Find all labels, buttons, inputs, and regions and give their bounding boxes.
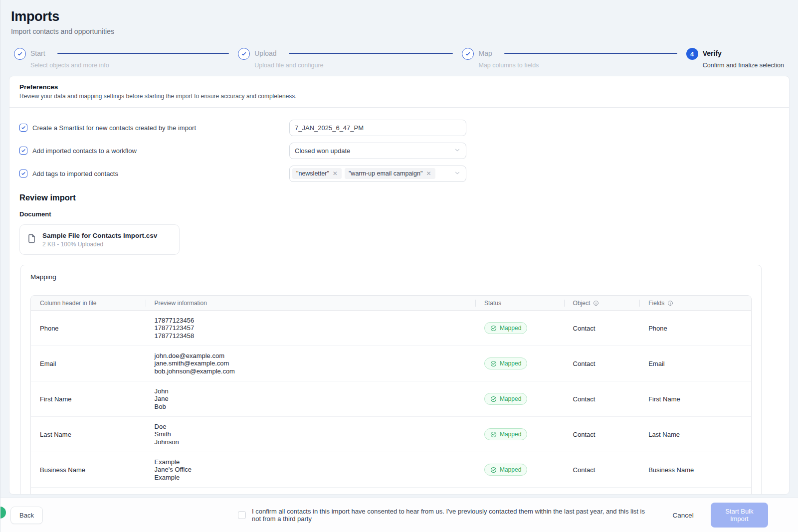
preferences-options: Create a Smartlist for new contacts crea… — [9, 108, 789, 187]
step-start-check-icon — [14, 48, 26, 60]
status-badge: Mapped — [484, 322, 527, 334]
tags-option-label: Add tags to imported contacts — [32, 170, 118, 177]
row-column-header: First Name — [31, 395, 146, 403]
mapping-table: Column header in file Preview informatio… — [30, 295, 752, 495]
row-object: Contact — [564, 395, 640, 403]
row-object: Contact — [564, 431, 640, 438]
column-header-status: Status — [475, 300, 564, 307]
column-header-preview: Preview information — [146, 300, 475, 307]
info-icon[interactable] — [593, 300, 599, 306]
status-badge: Mapped — [484, 393, 527, 405]
consent-checkbox[interactable] — [238, 511, 246, 519]
row-field: Last Name — [639, 431, 751, 438]
step-map-check-icon — [462, 48, 474, 60]
uploaded-file-card[interactable]: Sample File for Contacts Import.csv 2 KB… — [19, 224, 180, 255]
smartlist-name-input[interactable] — [289, 120, 466, 136]
row-preview: Doe Smith Johnson — [146, 423, 475, 446]
step-verify-sublabel: Confirm and finalize selection — [703, 62, 784, 69]
tags-option-row: Add tags to imported contacts "newslette… — [19, 162, 779, 185]
preferences-description: Review your data and mapping settings be… — [19, 93, 779, 100]
file-name: Sample File for Contacts Import.csv — [42, 232, 157, 239]
chevron-down-icon — [454, 170, 461, 178]
tags-multiselect[interactable]: "newsletter" ✕ "warm-up email campaign" … — [289, 166, 466, 182]
file-icon — [27, 234, 36, 245]
chevron-down-icon — [454, 147, 461, 155]
workflow-option-label: Add imported contacts to a workflow — [32, 147, 137, 155]
wizard-footer: Back I confirm all contacts in this impo… — [0, 498, 798, 532]
consent-label: I confirm all contacts in this import ha… — [252, 508, 653, 523]
column-header-fields: Fields — [639, 300, 751, 307]
row-column-header: Business Name — [31, 466, 146, 474]
column-header-file: Column header in file — [31, 300, 146, 307]
mapping-title: Mapping — [30, 273, 752, 281]
row-preview: John Jane Bob — [146, 387, 475, 411]
consent-group: I confirm all contacts in this import ha… — [238, 503, 768, 528]
row-field: First Name — [639, 395, 751, 403]
table-row: Phone 17877123456 17877123457 1787712345… — [31, 311, 751, 346]
row-column-header: Email — [31, 360, 146, 367]
smartlist-checkbox[interactable] — [19, 124, 27, 132]
remove-tag-icon[interactable]: ✕ — [426, 171, 431, 177]
tag-chip-label: "warm-up email campaign" — [349, 170, 423, 177]
cancel-button[interactable]: Cancel — [673, 512, 694, 519]
step-upload-sublabel: Upload file and configure — [254, 62, 462, 69]
step-map-label: Map — [478, 49, 492, 57]
row-column-header: Phone — [31, 325, 146, 332]
step-upload[interactable]: Upload Upload file and configure — [238, 48, 462, 69]
step-upload-check-icon — [238, 48, 250, 60]
page-subtitle: Import contacts and opportunities — [11, 27, 798, 35]
info-icon[interactable] — [667, 300, 673, 306]
mapping-card: Mapping Column header in file Preview in… — [20, 265, 762, 495]
tag-chip: "warm-up email campaign" ✕ — [345, 168, 435, 179]
start-bulk-import-button[interactable]: Start Bulk Import — [711, 503, 768, 528]
row-column-header: Last Name — [31, 431, 146, 438]
table-row — [31, 488, 751, 495]
status-badge: Mapped — [484, 428, 527, 440]
review-import-title: Review import — [19, 193, 779, 202]
status-badge: Mapped — [484, 464, 527, 476]
tag-chip: "newsletter" ✕ — [292, 168, 342, 179]
step-verify[interactable]: 4 Verify Confirm and finalize selection — [686, 48, 784, 69]
row-preview: john.doe@example.com jane.smith@example.… — [146, 352, 475, 375]
step-start[interactable]: Start Select objects and more info — [14, 48, 238, 69]
step-upload-label: Upload — [254, 49, 276, 57]
step-connector — [504, 53, 677, 54]
step-start-sublabel: Select objects and more info — [30, 62, 238, 69]
import-stepper: Start Select objects and more info Uploa… — [14, 48, 784, 69]
table-row: Business Name Example Jane's Office Exam… — [31, 452, 751, 488]
row-field: Phone — [639, 325, 751, 332]
tags-checkbox[interactable] — [19, 170, 27, 177]
column-header-object: Object — [564, 300, 640, 307]
row-field: Email — [639, 360, 751, 367]
back-button[interactable]: Back — [10, 507, 43, 524]
row-object: Contact — [564, 325, 640, 332]
row-preview: 17877123456 17877123457 17877123458 — [146, 317, 475, 340]
step-connector — [57, 53, 229, 54]
document-label: Document — [19, 210, 779, 218]
step-verify-label: Verify — [703, 49, 722, 57]
step-map-sublabel: Map columns to fields — [478, 62, 686, 69]
step-start-label: Start — [30, 49, 45, 57]
verify-panel: Preferences Review your data and mapping… — [9, 76, 790, 495]
step-map[interactable]: Map Map columns to fields — [462, 48, 686, 69]
row-object: Contact — [564, 360, 640, 367]
row-preview: Example Jane's Office Example — [146, 458, 475, 482]
workflow-select-value: Closed won update — [295, 147, 350, 155]
smartlist-option-row: Create a Smartlist for new contacts crea… — [19, 116, 779, 139]
table-row: Email john.doe@example.com jane.smith@ex… — [31, 346, 751, 381]
tag-chip-label: "newsletter" — [296, 170, 329, 177]
table-row: Last Name Doe Smith Johnson Mapped Conta… — [31, 417, 751, 452]
row-object: Contact — [564, 466, 640, 474]
row-field: Business Name — [639, 466, 751, 474]
preferences-header: Preferences Review your data and mapping… — [9, 76, 789, 108]
table-row: First Name John Jane Bob Mapped Contact … — [31, 381, 751, 417]
remove-tag-icon[interactable]: ✕ — [333, 171, 338, 177]
workflow-select[interactable]: Closed won update — [289, 143, 466, 159]
workflow-checkbox[interactable] — [19, 147, 27, 155]
page-title: Imports — [11, 9, 798, 24]
preferences-title: Preferences — [19, 83, 779, 91]
step-connector — [289, 53, 453, 54]
smartlist-option-label: Create a Smartlist for new contacts crea… — [32, 124, 196, 132]
file-meta: 2 KB - 100% Uploaded — [42, 241, 157, 248]
workflow-option-row: Add imported contacts to a workflow Clos… — [19, 139, 779, 162]
